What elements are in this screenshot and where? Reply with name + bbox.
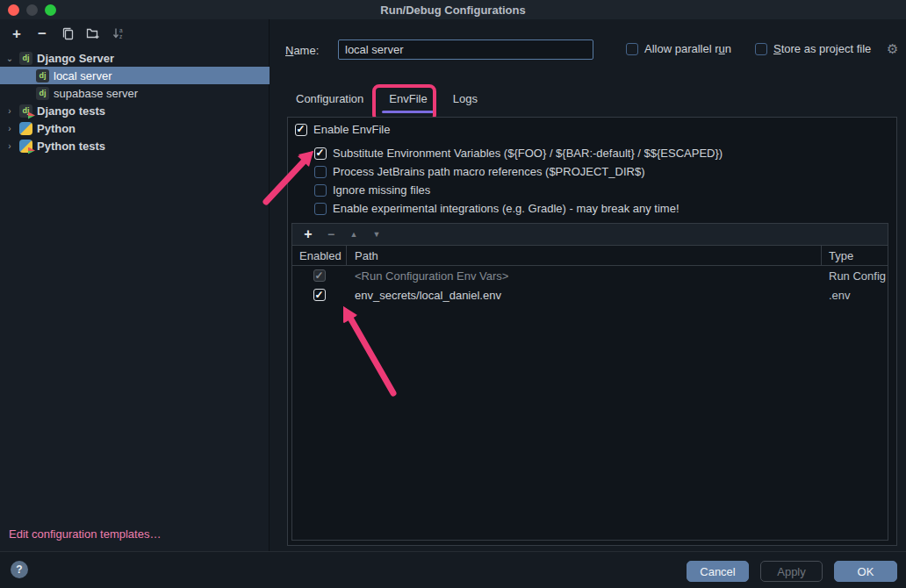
tree-item-supabase-server[interactable]: supabase server <box>0 84 270 102</box>
chevron-right-icon[interactable]: › <box>0 141 19 151</box>
column-header-enabled[interactable]: Enabled <box>292 246 347 265</box>
cancel-button[interactable]: Cancel <box>687 561 749 582</box>
title-bar: Run/Debug Configurations <box>0 0 906 19</box>
move-up-icon[interactable]: ▲ <box>348 228 360 240</box>
move-down-icon[interactable]: ▼ <box>370 228 383 240</box>
enable-envfile-checkbox[interactable]: Enable EnvFile <box>295 123 390 136</box>
help-button[interactable]: ? <box>11 561 28 578</box>
edit-configuration-templates-link[interactable]: Edit configuration templates… <box>9 527 161 541</box>
name-label: Name: <box>285 44 319 57</box>
remove-icon[interactable]: − <box>325 228 337 240</box>
copy-icon[interactable] <box>60 25 76 41</box>
dialog-footer: ? Cancel Apply OK <box>0 551 906 588</box>
name-input[interactable] <box>338 39 593 60</box>
sort-alpha-icon[interactable]: az <box>111 25 126 41</box>
tree-item-python-tests[interactable]: › Python tests <box>0 137 270 154</box>
python-tests-icon <box>19 140 32 153</box>
chevron-down-icon[interactable]: ⌄ <box>0 54 19 63</box>
tree-item-python[interactable]: › Python <box>0 119 270 137</box>
close-window-button[interactable] <box>8 4 19 16</box>
env-files-table: + − ▲ ▼ Enabled Path Type <Run Configura… <box>291 223 888 541</box>
table-header: Enabled Path Type <box>292 245 888 266</box>
checkbox-icon[interactable] <box>626 43 638 55</box>
substitute-env-vars-checkbox[interactable]: Substitute Environment Variables (${FOO}… <box>314 147 723 160</box>
tab-configuration[interactable]: Configuration <box>296 92 363 113</box>
python-icon <box>19 122 32 135</box>
tree-item-django-server[interactable]: ⌄ Django Server <box>0 49 270 67</box>
sidebar-toolbar: + − az <box>0 19 269 47</box>
checkbox-checked-icon[interactable] <box>295 124 307 136</box>
table-row[interactable]: <Run Configuration Env Vars> Run Config <box>292 266 888 285</box>
checkbox-checked-icon[interactable] <box>314 147 327 160</box>
store-as-project-file-checkbox[interactable]: Store as project file <box>755 42 871 55</box>
column-header-type[interactable]: Type <box>822 246 888 265</box>
chevron-right-icon[interactable]: › <box>0 106 19 116</box>
tab-logs[interactable]: Logs <box>453 92 478 113</box>
django-tests-icon <box>19 104 32 118</box>
svg-text:a: a <box>119 27 123 33</box>
add-icon[interactable]: + <box>302 228 314 240</box>
django-icon <box>19 52 32 65</box>
experimental-integrations-checkbox[interactable]: Enable experimental integrations (e.g. G… <box>314 202 680 215</box>
django-icon <box>36 87 49 100</box>
column-header-path[interactable]: Path <box>347 246 822 265</box>
minimize-window-button[interactable] <box>26 4 38 16</box>
tab-envfile[interactable]: EnvFile <box>389 92 427 113</box>
checkbox-checked-icon[interactable] <box>313 289 326 301</box>
ignore-missing-files-checkbox[interactable]: Ignore missing files <box>314 183 430 197</box>
tree-item-local-server[interactable]: local server <box>0 67 270 84</box>
zoom-window-button[interactable] <box>45 4 56 16</box>
table-row[interactable]: env_secrets/local_daniel.env .env <box>292 285 888 305</box>
svg-text:z: z <box>119 33 122 39</box>
apply-button[interactable]: Apply <box>760 561 823 582</box>
new-folder-icon[interactable] <box>85 25 101 41</box>
checkbox-icon[interactable] <box>755 43 767 55</box>
process-path-macro-checkbox[interactable]: Process JetBrains path macro references … <box>314 165 644 178</box>
checkbox-icon[interactable] <box>314 203 327 215</box>
table-toolbar: + − ▲ ▼ <box>292 224 888 245</box>
checkbox-checked-disabled-icon <box>313 269 326 282</box>
chevron-right-icon[interactable]: › <box>0 124 19 133</box>
remove-icon[interactable]: − <box>34 25 50 41</box>
allow-parallel-run-checkbox[interactable]: Allow parallel run <box>626 42 731 55</box>
add-icon[interactable]: + <box>9 25 25 41</box>
tab-bar: Configuration EnvFile Logs <box>296 92 478 113</box>
configurations-sidebar: + − az ⌄ Django Server local server <box>0 19 270 551</box>
ok-button[interactable]: OK <box>834 561 897 582</box>
django-icon <box>36 69 49 82</box>
checkbox-icon[interactable] <box>314 184 327 197</box>
tree-item-django-tests[interactable]: › Django tests <box>0 102 270 119</box>
window-title: Run/Debug Configurations <box>0 4 906 17</box>
run-debug-configurations-dialog: Run/Debug Configurations + − az ⌄ Django… <box>0 0 906 588</box>
checkbox-icon[interactable] <box>314 166 327 178</box>
gear-icon[interactable]: ⚙ <box>887 42 901 56</box>
configuration-tree: ⌄ Django Server local server supabase se… <box>0 49 270 154</box>
